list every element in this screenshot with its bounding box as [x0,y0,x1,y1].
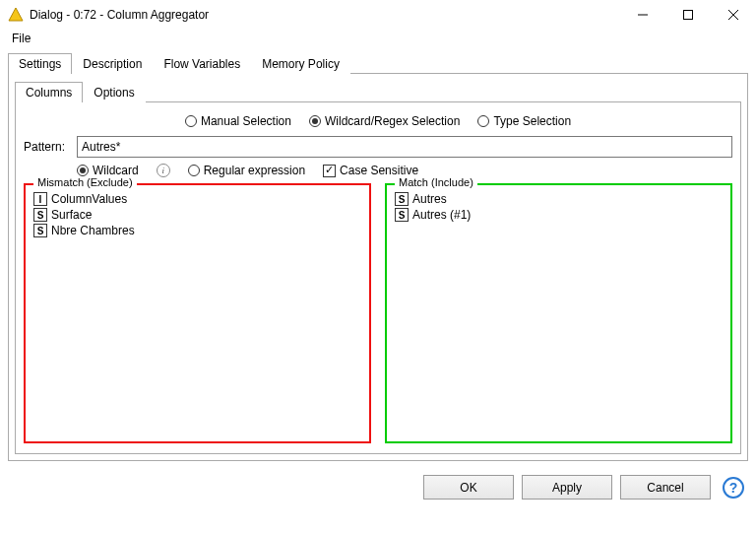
radio-label: Manual Selection [201,114,291,128]
list-item-label: Nbre Chambres [51,224,135,237]
svg-rect-2 [684,11,693,20]
radio-icon [185,115,197,127]
pattern-row: Pattern: [24,136,732,158]
radio-wildcard-regex-selection[interactable]: Wildcard/Regex Selection [309,114,460,128]
type-icon: I [33,192,47,206]
list-item-label: Autres (#1) [412,208,471,222]
settings-panel: Columns Options Manual Selection Wildcar… [8,74,748,461]
list-item[interactable]: I ColumnValues [33,191,361,207]
radio-regular-expression[interactable]: Regular expression [188,164,305,177]
menu-file[interactable]: File [8,30,34,47]
type-icon: S [33,224,47,237]
columns-panel: Manual Selection Wildcard/Regex Selectio… [15,102,741,454]
window-title: Dialog - 0:72 - Column Aggregator [30,8,620,22]
list-item[interactable]: S Nbre Chambres [33,223,361,238]
tab-settings[interactable]: Settings [8,53,72,74]
list-item[interactable]: S Autres [395,191,723,207]
radio-label: Wildcard/Regex Selection [325,114,460,128]
ok-button[interactable]: OK [423,475,514,500]
pattern-input[interactable] [77,136,732,158]
pattern-options-row: Wildcard i Regular expression Case Sensi… [24,164,732,177]
dialog-button-row: OK Apply Cancel ? [0,461,756,509]
tab-columns[interactable]: Columns [15,82,83,102]
tab-options[interactable]: Options [83,82,145,102]
match-list[interactable]: S Autres S Autres (#1) [391,191,726,437]
radio-icon [309,115,321,127]
titlebar: Dialog - 0:72 - Column Aggregator [0,0,756,30]
radio-icon [477,115,489,127]
mismatch-list[interactable]: I ColumnValues S Surface S Nbre Chambres [30,191,365,437]
tab-description[interactable]: Description [72,53,153,74]
tab-memory-policy[interactable]: Memory Policy [251,53,350,74]
radio-type-selection[interactable]: Type Selection [477,114,571,128]
minimize-button[interactable] [620,0,665,30]
radio-label: Type Selection [493,114,571,128]
close-button[interactable] [711,0,756,30]
checkbox-case-sensitive[interactable]: Case Sensitive [323,164,418,177]
match-group: Match (Include) S Autres S Autres (#1) [385,183,732,443]
outer-tabbar: Settings Description Flow Variables Memo… [8,53,748,74]
checkbox-icon [323,165,336,177]
svg-marker-0 [9,8,23,21]
mismatch-group: Mismatch (Exclude) I ColumnValues S Surf… [24,183,371,443]
radio-icon [77,165,89,176]
list-item-label: Autres [412,192,447,206]
pattern-label: Pattern: [24,140,71,154]
type-icon: S [395,192,409,206]
help-icon[interactable]: ? [723,477,744,499]
menubar: File [0,30,756,47]
info-icon[interactable]: i [157,164,170,177]
radio-wildcard[interactable]: Wildcard [77,164,139,177]
radio-icon [188,165,200,176]
apply-button[interactable]: Apply [522,475,612,500]
cancel-button[interactable]: Cancel [620,475,711,500]
lists-row: Mismatch (Exclude) I ColumnValues S Surf… [24,183,732,443]
maximize-button[interactable] [665,0,711,30]
radio-label: Wildcard [93,164,139,177]
match-legend: Match (Include) [395,176,477,188]
tab-flow-variables[interactable]: Flow Variables [153,53,251,74]
radio-manual-selection[interactable]: Manual Selection [185,114,291,128]
checkbox-label: Case Sensitive [340,164,418,177]
app-icon [8,7,24,23]
list-item-label: ColumnValues [51,192,127,206]
list-item[interactable]: S Autres (#1) [395,207,723,223]
radio-label: Regular expression [204,164,305,177]
selection-mode-row: Manual Selection Wildcard/Regex Selectio… [24,110,732,136]
inner-tabbar: Columns Options [15,82,741,102]
list-item[interactable]: S Surface [33,207,361,223]
window-controls [620,0,756,30]
type-icon: S [33,208,47,222]
type-icon: S [395,208,409,222]
mismatch-legend: Mismatch (Exclude) [33,176,137,188]
list-item-label: Surface [51,208,92,222]
